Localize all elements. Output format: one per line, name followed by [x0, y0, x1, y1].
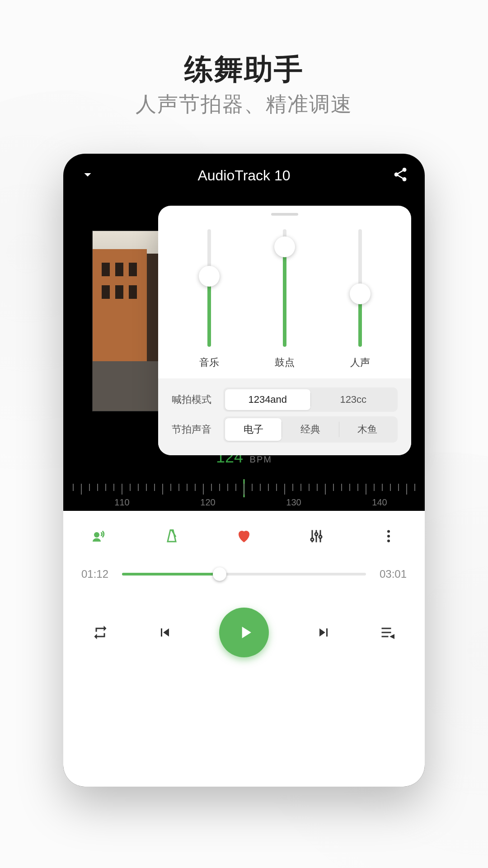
- svg-point-45: [311, 538, 314, 541]
- beat-sound-label: 节拍声音: [172, 423, 217, 436]
- segment-option[interactable]: 1234and: [225, 389, 310, 410]
- playback-panel: 01:12 03:01: [63, 511, 425, 787]
- ruler-tick-label: 120: [200, 497, 215, 508]
- skip-prev-icon[interactable]: [155, 623, 175, 642]
- mixer-slider-label: 音乐: [199, 356, 219, 369]
- repeat-icon[interactable]: [90, 623, 110, 642]
- segment-option[interactable]: 电子: [225, 418, 282, 441]
- count-mode-row: 喊拍模式 1234and123cc: [172, 387, 398, 412]
- player-header: AudioTrack 10: [63, 154, 425, 197]
- segment-option[interactable]: 木鱼: [339, 418, 396, 441]
- progress-bar[interactable]: 01:12 03:01: [81, 554, 407, 594]
- more-vert-icon[interactable]: [380, 527, 398, 545]
- svg-point-48: [387, 530, 390, 533]
- transport-controls: [81, 594, 407, 671]
- svg-point-50: [387, 540, 390, 542]
- time-elapsed: 01:12: [81, 568, 113, 580]
- sliders-icon[interactable]: [307, 527, 325, 545]
- playlist-icon[interactable]: [378, 623, 398, 642]
- svg-point-49: [387, 535, 390, 538]
- mixer-popup: 音乐鼓点人声 喊拍模式 1234and123cc 节拍声音 电子经典木鱼: [158, 206, 411, 455]
- ruler-tick-label: 110: [114, 497, 129, 508]
- beat-sound-row: 节拍声音 电子经典木鱼: [172, 416, 398, 443]
- share-icon[interactable]: [392, 166, 408, 184]
- segment-option[interactable]: 经典: [282, 418, 338, 441]
- svg-point-47: [319, 536, 322, 538]
- svg-point-44: [94, 532, 99, 538]
- voice-icon[interactable]: [90, 527, 108, 545]
- skip-next-icon[interactable]: [314, 623, 333, 642]
- promo-subtitle: 人声节拍器、精准调速: [0, 90, 488, 118]
- action-row: [81, 511, 407, 554]
- svg-point-46: [315, 533, 318, 536]
- bpm-ruler[interactable]: 110120130140: [63, 479, 425, 511]
- mixer-slider[interactable]: 音乐: [199, 229, 219, 369]
- heart-icon[interactable]: [235, 527, 253, 545]
- promo-title: 练舞助手: [0, 50, 488, 89]
- segment-option[interactable]: 123cc: [311, 389, 396, 410]
- ruler-tick-label: 140: [372, 497, 387, 508]
- mixer-slider[interactable]: 人声: [350, 229, 370, 369]
- time-total: 03:01: [375, 568, 407, 580]
- bpm-unit: BPM: [250, 454, 272, 465]
- mixer-slider[interactable]: 鼓点: [275, 229, 295, 369]
- ruler-tick-label: 130: [286, 497, 301, 508]
- chevron-down-icon[interactable]: [80, 166, 96, 184]
- mixer-slider-label: 鼓点: [275, 356, 295, 369]
- track-title: AudioTrack 10: [197, 167, 290, 184]
- count-mode-label: 喊拍模式: [172, 393, 217, 406]
- mixer-slider-label: 人声: [350, 356, 370, 369]
- metronome-icon[interactable]: [163, 527, 181, 545]
- play-button[interactable]: [219, 608, 269, 657]
